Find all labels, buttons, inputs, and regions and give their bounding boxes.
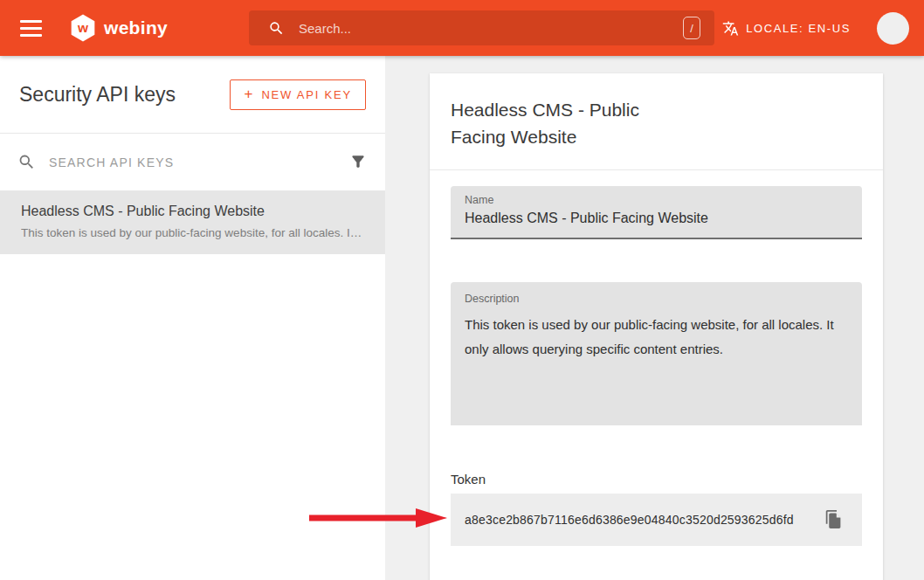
detail-card-body: Name Headless CMS - Public Facing Websit…	[430, 170, 883, 567]
token-value: a8e3ce2b867b7116e6d6386e9e04840c3520d259…	[465, 513, 794, 527]
search-icon	[268, 20, 285, 37]
list-item-title: Headless CMS - Public Facing Website	[21, 203, 364, 219]
api-keys-list-panel: Security API keys + NEW API KEY SEARCH A…	[0, 56, 385, 580]
name-field[interactable]: Name Headless CMS - Public Facing Websit…	[451, 186, 862, 239]
filter-funnel-icon	[349, 153, 367, 170]
description-field-value: This token is used by our public-facing …	[465, 313, 848, 362]
page-title: Security API keys	[19, 83, 176, 107]
api-key-detail-card: Headless CMS - Public Facing Website Nam…	[430, 73, 883, 580]
plus-icon: +	[244, 86, 252, 103]
new-api-key-button[interactable]: + NEW API KEY	[230, 79, 366, 110]
name-field-label: Name	[465, 194, 848, 206]
webiny-logo-icon: w	[70, 14, 96, 42]
api-keys-search-input[interactable]: SEARCH API KEYS	[0, 134, 385, 190]
filter-button[interactable]	[348, 153, 368, 172]
name-field-value: Headless CMS - Public Facing Website	[465, 211, 708, 225]
detail-card-header: Headless CMS - Public Facing Website	[430, 73, 883, 170]
token-section: Token a8e3ce2b867b7116e6d6386e9e04840c35…	[451, 472, 862, 546]
top-app-bar: w webiny Search... / LOCALE: EN-US	[0, 0, 924, 56]
new-api-key-label: NEW API KEY	[261, 88, 352, 101]
topbar-right-group: LOCALE: EN-US	[722, 12, 909, 45]
global-search-input[interactable]: Search... /	[249, 10, 714, 45]
list-item-description: This token is used by our public-facing …	[21, 226, 364, 239]
detail-title: Headless CMS - Public Facing Website	[451, 96, 686, 150]
locale-selector[interactable]: LOCALE: EN-US	[722, 20, 851, 37]
webiny-logo[interactable]: w webiny	[70, 14, 168, 42]
translate-icon	[722, 20, 739, 37]
search-api-keys-placeholder: SEARCH API KEYS	[49, 155, 174, 169]
copy-token-button[interactable]	[824, 509, 843, 530]
hamburger-menu-icon[interactable]	[20, 20, 42, 37]
user-avatar[interactable]	[877, 12, 909, 45]
search-shortcut-badge: /	[683, 17, 700, 39]
locale-label: LOCALE: EN-US	[746, 22, 851, 35]
search-icon	[17, 153, 36, 171]
token-label: Token	[451, 472, 862, 487]
svg-text:w: w	[77, 20, 88, 35]
webiny-wordmark: webiny	[104, 17, 168, 38]
token-box: a8e3ce2b867b7116e6d6386e9e04840c3520d259…	[451, 494, 862, 546]
search-placeholder: Search...	[299, 21, 351, 36]
api-key-list-item[interactable]: Headless CMS - Public Facing Website Thi…	[0, 191, 385, 254]
description-field-label: Description	[465, 293, 848, 305]
list-panel-header: Security API keys + NEW API KEY	[0, 56, 385, 133]
copy-icon	[824, 509, 843, 529]
description-field[interactable]: Description This token is used by our pu…	[451, 282, 862, 425]
